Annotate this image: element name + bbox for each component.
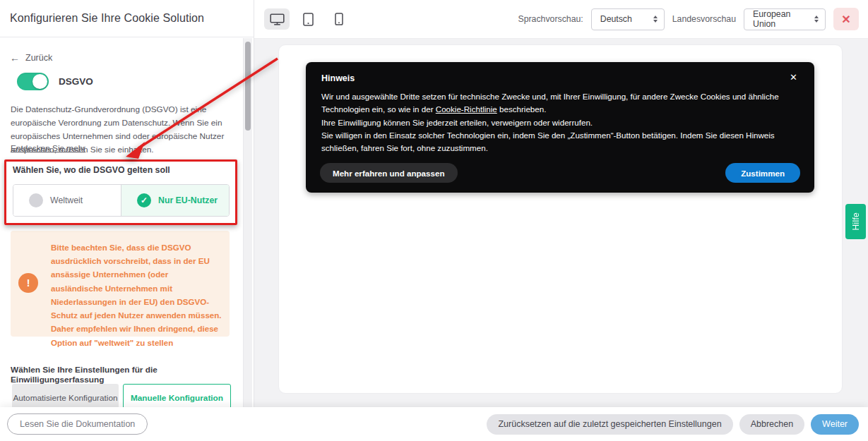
- help-tab[interactable]: Hilfe: [845, 204, 866, 239]
- back-arrow-icon: ←: [10, 52, 20, 64]
- banner-text: Wir und ausgewählte Dritte setzen für te…: [321, 90, 799, 155]
- banner-paragraph-3: Sie willigen in den Einsatz solcher Tech…: [321, 131, 775, 152]
- page-title: Konfigurieren Sie Ihre Cookie Solution: [10, 0, 204, 37]
- banner-paragraph-1-end: beschrieben.: [497, 104, 547, 114]
- cookie-policy-link[interactable]: Cookie-Richtlinie: [436, 104, 497, 114]
- device-preview-group: [264, 8, 352, 30]
- footer-actions: Zurücksetzen auf die zuletzt gespeichert…: [487, 414, 859, 435]
- banner-title: Hinweis: [321, 73, 355, 83]
- warning-text: Bitte beachten Sie, dass die DSGVO ausdr…: [51, 241, 222, 349]
- option-weltweit[interactable]: Weltweit: [13, 185, 121, 216]
- sidebar: Konfigurieren Sie Ihre Cookie Solution ←…: [0, 0, 254, 407]
- option-weltweit-label: Weltweit: [50, 195, 83, 205]
- language-select[interactable]: Deutsch: [591, 8, 665, 30]
- banner-close-icon[interactable]: ✕: [787, 71, 800, 84]
- select-arrows-icon: [814, 16, 819, 23]
- weiter-button[interactable]: Weiter: [811, 414, 859, 435]
- option-nur-eu-nutzer-label: Nur EU-Nutzer: [158, 195, 218, 205]
- country-preview-label: Landesvorschau: [672, 14, 736, 24]
- banner-paragraph-1: Wir und ausgewählte Dritte setzen für te…: [321, 92, 779, 114]
- read-documentation-button[interactable]: Lesen Sie die Dokumentation: [7, 413, 148, 435]
- mobile-preview-button[interactable]: [326, 8, 352, 30]
- title-divider: [0, 37, 254, 37]
- preview-toolbar: Sprachvorschau: Deutsch Landesvorschau E…: [254, 0, 868, 39]
- exclamation-icon: !: [18, 273, 38, 293]
- country-select-value: European Union: [753, 9, 810, 29]
- discover-more-link[interactable]: Entdecken Sie mehr: [11, 143, 85, 153]
- banner-paragraph-2: Ihre Einwilligung können Sie jederzeit e…: [321, 118, 593, 127]
- close-configurator-button[interactable]: ✕: [833, 8, 859, 30]
- dsgvo-toggle-row: DSGVO: [17, 73, 93, 90]
- select-arrows-icon: [653, 16, 658, 23]
- check-circle-icon: ✓: [137, 193, 151, 207]
- country-select[interactable]: European Union: [744, 8, 826, 30]
- footer-bar: Lesen Sie die Dokumentation Zurücksetzen…: [0, 407, 868, 441]
- learn-more-button[interactable]: Mehr erfahren und anpassen: [320, 163, 458, 183]
- language-select-value: Deutsch: [600, 14, 632, 24]
- consent-section-heading: Wählen Sie Ihre Einstellungen für die Ei…: [11, 365, 244, 385]
- cookie-banner-preview: Hinweis ✕ Wir und ausgewählte Dritte set…: [306, 62, 814, 193]
- mobile-icon: [335, 13, 343, 25]
- cookie-solution-configurator: Konfigurieren Sie Ihre Cookie Solution ←…: [0, 0, 868, 441]
- region-option-group: Weltweit ✓ Nur EU-Nutzer: [13, 184, 230, 217]
- dsgvo-toggle-label: DSGVO: [59, 76, 93, 87]
- banner-button-row: Mehr erfahren und anpassen Zustimmen: [320, 163, 800, 183]
- option-nur-eu-nutzer[interactable]: ✓ Nur EU-Nutzer: [121, 185, 229, 216]
- preview-controls: Sprachvorschau: Deutsch Landesvorschau E…: [518, 8, 859, 30]
- back-link[interactable]: ← Zurück: [10, 52, 52, 64]
- sidebar-scrollbar-thumb[interactable]: [245, 42, 251, 131]
- radio-unselected-icon: [29, 193, 43, 207]
- cancel-button[interactable]: Abbrechen: [739, 414, 804, 435]
- close-icon: ✕: [841, 13, 850, 26]
- dsgvo-warning-box: ! Bitte beachten Sie, dass die DSGVO aus…: [11, 231, 230, 337]
- dsgvo-toggle[interactable]: [17, 73, 49, 90]
- language-preview-label: Sprachvorschau:: [518, 14, 583, 24]
- toggle-knob: [32, 74, 47, 89]
- desktop-preview-button[interactable]: [264, 8, 290, 30]
- zustimmen-button[interactable]: Zustimmen: [725, 163, 800, 183]
- region-section-heading: Wählen Sie, wo die DSGVO gelten soll: [13, 165, 225, 175]
- desktop-icon: [270, 13, 285, 25]
- reset-settings-button[interactable]: Zurücksetzen auf die zuletzt gespeichert…: [487, 414, 732, 435]
- help-tab-label: Hilfe: [851, 212, 861, 231]
- tablet-icon: [303, 13, 314, 26]
- sidebar-scrollbar-track[interactable]: [243, 38, 252, 407]
- back-link-label: Zurück: [25, 53, 52, 63]
- tablet-preview-button[interactable]: [295, 8, 321, 30]
